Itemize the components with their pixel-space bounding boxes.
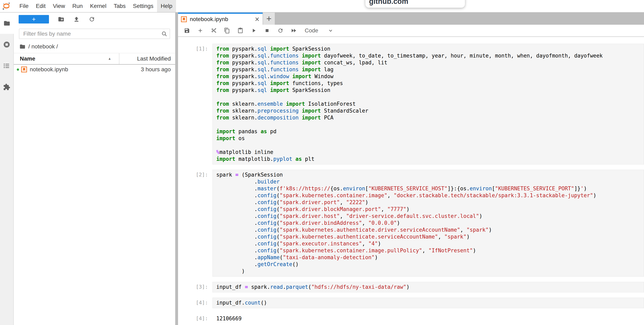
folder-icon: [4, 20, 10, 27]
dock-tab-bar: notebook.ipynb × +: [178, 13, 644, 25]
notebook-cell: [1]:from pyspark.sql import SparkSession…: [178, 44, 644, 164]
run-button[interactable]: [249, 26, 258, 35]
restart-run-all-button[interactable]: [289, 26, 298, 35]
column-header-name[interactable]: Name ▲: [14, 56, 119, 62]
menu-bar: FileEditViewRunKernelTabsSettingsHelp: [0, 0, 644, 13]
notebook-toolbar: Code: [178, 25, 644, 37]
sidebar-tab-running-sessions[interactable]: [0, 34, 13, 55]
menu-settings[interactable]: Settings: [129, 0, 157, 12]
clipboard-icon: [237, 28, 244, 34]
file-filter: [19, 29, 170, 39]
breadcrumb-path: / notebook /: [28, 43, 58, 50]
stop-icon: [264, 28, 270, 33]
notebook-cell: [2]:spark = (SparkSession .builder .mast…: [178, 170, 644, 277]
notebook-content: [1]:from pyspark.sql import SparkSession…: [178, 37, 644, 325]
refresh-icon: [88, 16, 95, 23]
popup-site-label: github.com: [369, 0, 408, 6]
refresh-file-list-button[interactable]: [88, 16, 95, 23]
copy-icon: [224, 28, 230, 34]
sidebar-tab-table-of-contents[interactable]: [0, 55, 13, 76]
output-text: 12106669: [212, 313, 644, 321]
cell-editor[interactable]: input_df.count(): [212, 298, 644, 308]
paste-cells-button[interactable]: [236, 26, 245, 35]
file-browser-toolbar: +: [14, 13, 175, 26]
stop-button[interactable]: [262, 26, 272, 35]
sidebar-tab-extension-manager[interactable]: [0, 76, 13, 98]
file-last-modified: 3 hours ago: [141, 66, 175, 73]
main-area: +: [0, 13, 644, 325]
cell-prompt: [2]:: [178, 170, 212, 277]
kernel-running-dot: [17, 69, 19, 71]
cell-list: [1]:from pyspark.sql import SparkSession…: [178, 44, 644, 308]
file-type-icon: [21, 66, 27, 73]
new-folder-icon: [58, 16, 64, 23]
search-icon: [161, 31, 168, 37]
notebook-file-icon: [21, 66, 27, 73]
cell-editor[interactable]: spark = (SparkSession .builder .master(f…: [212, 170, 644, 277]
upload-button[interactable]: [73, 16, 80, 23]
panel-splitter[interactable]: [175, 13, 178, 325]
cell-editor[interactable]: from pyspark.sql import SparkSessionfrom…: [212, 44, 644, 164]
menu-run[interactable]: Run: [69, 0, 86, 12]
cell-output-row: [4]: 12106669: [178, 313, 644, 321]
cell-type-label: Code: [305, 27, 318, 34]
tab-title: notebook.ipynb: [190, 16, 252, 23]
toc-icon: [3, 62, 10, 69]
puzzle-icon: [3, 83, 10, 91]
new-tab-button[interactable]: +: [263, 13, 275, 25]
copy-cells-button[interactable]: [222, 26, 232, 35]
menu-kernel[interactable]: Kernel: [86, 0, 110, 12]
jupyter-logo-icon: [2, 2, 10, 10]
menu-file[interactable]: File: [16, 0, 32, 12]
cell-type-dropdown[interactable]: Code: [305, 27, 333, 34]
cell-prompt: [1]:: [178, 44, 212, 164]
fast-forward-icon: [291, 28, 297, 34]
running-icon: [3, 41, 10, 48]
output-prompt: [4]:: [178, 313, 212, 321]
activity-bar: [0, 13, 14, 325]
run-icon: [251, 28, 256, 34]
restart-icon: [278, 28, 284, 34]
notebook-panel: notebook.ipynb × +: [178, 13, 644, 325]
breadcrumb[interactable]: / notebook /: [14, 39, 175, 53]
menu-edit[interactable]: Edit: [32, 0, 49, 12]
tab-notebook[interactable]: notebook.ipynb ×: [178, 13, 262, 25]
menu-help[interactable]: Help: [157, 0, 176, 12]
folder-icon: [20, 44, 26, 50]
file-name: notebook.ipynb: [30, 66, 141, 73]
plus-icon: [197, 28, 203, 34]
sidebar-tab-file-browser[interactable]: [0, 13, 14, 34]
cell-editor[interactable]: input_df = spark.read.parquet("hdfs://hd…: [212, 282, 644, 292]
save-icon: [184, 28, 190, 34]
cell-prompt: [4]:: [178, 298, 212, 308]
menu-view[interactable]: View: [49, 0, 68, 12]
file-list-header: Name ▲ Last Modified: [14, 53, 175, 65]
new-folder-button[interactable]: [58, 16, 64, 23]
scissors-icon: [210, 28, 217, 34]
sort-ascending-icon: ▲: [108, 57, 111, 61]
upload-icon: [73, 16, 80, 23]
file-list: notebook.ipynb3 hours ago: [14, 65, 175, 74]
new-launcher-button[interactable]: +: [18, 15, 49, 24]
notebook-file-icon: [181, 16, 187, 22]
close-icon[interactable]: ×: [255, 16, 260, 23]
cell-prompt: [3]:: [178, 282, 212, 292]
notebook-cell: [3]:input_df = spark.read.parquet("hdfs:…: [178, 282, 644, 292]
browser-popup: github.com: [366, 0, 465, 8]
menu-tabs[interactable]: Tabs: [110, 0, 129, 12]
chevron-down-icon: [328, 28, 333, 33]
column-header-last-modified[interactable]: Last Modified: [119, 53, 175, 64]
cut-cells-button[interactable]: [209, 26, 218, 35]
add-cell-button[interactable]: [196, 26, 205, 35]
notebook-cell: [4]:input_df.count(): [178, 298, 644, 308]
restart-kernel-button[interactable]: [276, 26, 285, 35]
file-browser-panel: +: [14, 13, 175, 325]
save-button[interactable]: [182, 26, 192, 35]
file-row[interactable]: notebook.ipynb3 hours ago: [14, 65, 175, 74]
menu-items: FileEditViewRunKernelTabsSettingsHelp: [16, 0, 176, 12]
file-filter-input[interactable]: [19, 29, 170, 39]
